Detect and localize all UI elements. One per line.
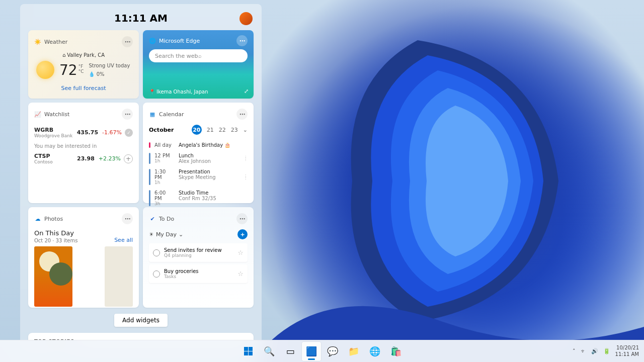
condition-text: Strong UV today (89, 63, 130, 68)
task-view-button[interactable]: ▭ (281, 342, 300, 361)
volume-icon[interactable]: 🔊 (591, 348, 598, 354)
search-icon: ⌕ (198, 53, 242, 59)
task-checkbox[interactable] (153, 249, 160, 256)
photos-meta: Oct 20 · 33 items (34, 238, 77, 243)
sun-icon (36, 61, 54, 79)
calendar-event[interactable]: 12 PM1hLunchAlex Johnson⋮⋮ (149, 150, 248, 166)
more-icon[interactable]: ⋯ (236, 213, 248, 224)
pin-icon: 📍 (149, 89, 155, 95)
weather-icon: ☀️ (34, 38, 41, 45)
system-tray[interactable]: ˄ ᯤ 🔊 🔋 10/20/21 11:11 AM (573, 345, 639, 357)
photos-widget[interactable]: ☁ Photos ⋯ On This Day Oct 20 · 33 items… (28, 207, 139, 308)
task-checkbox[interactable] (153, 270, 160, 278)
watchlist-widget[interactable]: 📈 Watchlist ⋯ WGRBWoodgrove Bank 435.75 … (28, 103, 139, 203)
sun-outline-icon: ☀ (149, 231, 154, 238)
date-selected[interactable]: 20 (192, 125, 202, 135)
photos-icon: ☁ (34, 215, 41, 222)
photos-title: Photos (44, 216, 63, 222)
calendar-event[interactable]: All dayAngela's Birthday 🎂 (149, 140, 248, 150)
stock-row[interactable]: WGRBWoodgrove Bank 435.75 -1.67% ✓ (34, 125, 133, 140)
weather-location: ⌂ Valley Park, CA (34, 52, 133, 58)
search-input[interactable]: Search the web ⌕ (149, 49, 248, 62)
check-icon[interactable]: ✓ (125, 129, 133, 137)
battery-icon[interactable]: 🔋 (603, 348, 610, 354)
user-avatar[interactable] (239, 12, 253, 25)
calendar-event[interactable]: 1:30 PM1hPresentationSkype Meeting⋮⋮ (149, 166, 248, 188)
start-button[interactable] (238, 342, 258, 361)
edge-icon: 🌐 (149, 37, 156, 44)
calendar-event[interactable]: 6:00 PM3hStudio TimeConf Rm 32/35 (149, 188, 248, 209)
todo-widget[interactable]: ✔ To Do ⋯ ☀ My Day ⌄ + Send invites for … (143, 207, 254, 308)
on-this-day-heading: On This Day (34, 229, 77, 237)
more-icon[interactable]: ⋯ (236, 35, 248, 46)
widgets-button[interactable]: 🟦 (302, 342, 321, 361)
chevron-down-icon[interactable]: ⌄ (179, 231, 183, 238)
stocks-icon: 📈 (34, 111, 41, 118)
calendar-widget[interactable]: ▦ Calendar ⋯ October 20 21 22 23 ⌄ All d… (143, 103, 254, 203)
calendar-title: Calendar (159, 111, 184, 118)
more-icon[interactable]: ⋯ (122, 109, 133, 120)
task-item[interactable]: Send invites for reviewQ4 planning☆ (149, 243, 248, 262)
weather-widget[interactable]: ☀️ Weather ⋯ ⌂ Valley Park, CA 72 °F°C S… (28, 30, 139, 99)
more-icon[interactable]: ⋯ (122, 36, 133, 47)
image-location: 📍Ikema Ohashi, Japan (149, 89, 208, 95)
expand-icon[interactable]: ⤢ (244, 88, 249, 95)
stock-row[interactable]: CTSPContoso 23.98 +2.23% + (34, 151, 133, 166)
add-widgets-button[interactable]: Add widgets (114, 314, 168, 327)
precip-text: 💧 0% (89, 71, 130, 77)
edge-widget[interactable]: 🌐 Microsoft Edge ⋯ Search the web ⌕ 📍Ike… (143, 30, 254, 99)
taskbar: 🔍 ▭ 🟦 💬 📁 🌐 🛍️ ˄ ᯤ 🔊 🔋 10/20/21 11:11 AM (0, 340, 644, 362)
forecast-link[interactable]: See full forecast (34, 85, 133, 92)
widgets-panel: 11:11 AM ☀️ Weather ⋯ ⌂ Valley Park, CA … (20, 4, 262, 346)
todo-title: To Do (159, 216, 174, 222)
wifi-icon[interactable]: ᯤ (581, 348, 586, 354)
add-stock-button[interactable]: + (124, 154, 133, 163)
more-icon[interactable]: ⋯ (236, 109, 248, 120)
todo-icon: ✔ (149, 215, 156, 222)
star-icon[interactable]: ☆ (237, 249, 244, 256)
star-icon[interactable]: ☆ (237, 270, 244, 278)
edge-button[interactable]: 🌐 (365, 342, 384, 361)
weather-title: Weather (44, 39, 67, 45)
explorer-button[interactable]: 📁 (344, 342, 363, 361)
task-item[interactable]: Buy groceriesTasks☆ (149, 264, 248, 283)
photo-thumb[interactable] (74, 246, 103, 307)
search-button[interactable]: 🔍 (260, 342, 279, 361)
watchlist-title: Watchlist (44, 111, 69, 118)
date-picker[interactable]: October 20 21 22 23 ⌄ (149, 125, 248, 135)
list-name: My Day (156, 231, 177, 238)
edge-title: Microsoft Edge (159, 38, 200, 44)
chevron-down-icon[interactable]: ⌄ (243, 127, 248, 133)
store-button[interactable]: 🛍️ (386, 342, 406, 361)
add-task-button[interactable]: + (237, 229, 248, 239)
calendar-icon: ▦ (149, 111, 156, 118)
photo-thumb[interactable] (105, 246, 133, 307)
temperature: 72 °F°C (59, 62, 84, 78)
chevron-up-icon[interactable]: ˄ (573, 348, 576, 354)
more-icon[interactable]: ⋯ (122, 213, 133, 224)
tray-datetime[interactable]: 10/20/21 11:11 AM (615, 345, 639, 357)
home-icon: ⌂ (62, 52, 65, 58)
see-all-link[interactable]: See all (114, 237, 133, 243)
interest-label: You may be interested in (34, 143, 133, 149)
photo-thumb[interactable] (34, 246, 72, 307)
panel-time: 11:11 AM (114, 12, 168, 24)
chat-button[interactable]: 💬 (323, 342, 342, 361)
